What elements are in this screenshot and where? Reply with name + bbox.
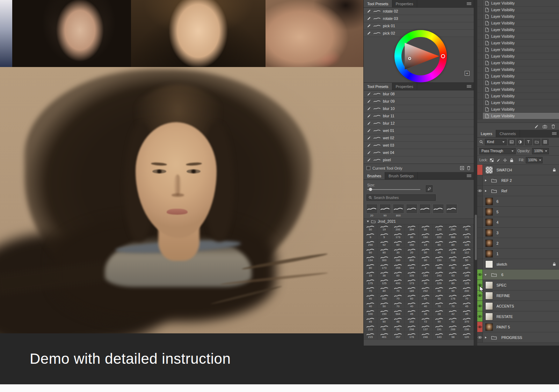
visibility-toggle[interactable] bbox=[478, 210, 482, 213]
brush-preset[interactable]: 50 bbox=[364, 224, 377, 232]
layer-row[interactable]: sketch bbox=[477, 259, 559, 269]
history-step[interactable]: Layer Visibility bbox=[477, 93, 559, 99]
brush-preset[interactable]: 98 bbox=[446, 332, 460, 340]
brush-preset[interactable]: 243 bbox=[433, 271, 446, 278]
layer-thumbnail[interactable] bbox=[485, 302, 493, 310]
brush-preset[interactable]: 173 bbox=[405, 278, 419, 286]
brush-preset[interactable]: 93 bbox=[446, 271, 460, 278]
history-source-column[interactable] bbox=[477, 113, 483, 119]
hue-cursor[interactable] bbox=[441, 54, 445, 58]
visibility-toggle[interactable] bbox=[478, 304, 482, 308]
picker-expand-icon[interactable]: + bbox=[465, 71, 470, 76]
brush-preset[interactable]: 150 bbox=[405, 240, 419, 247]
history-step[interactable]: Layer Visibility bbox=[477, 33, 559, 40]
layer-row[interactable]: REF 2 bbox=[477, 175, 559, 186]
brush-preset[interactable]: 80 bbox=[405, 232, 419, 240]
panel-tab[interactable]: Brush Settings bbox=[385, 172, 418, 179]
layer-row[interactable]: SPEC bbox=[477, 280, 559, 290]
layer-row[interactable]: Ref bbox=[477, 186, 559, 196]
brush-preset[interactable]: 90 bbox=[419, 255, 433, 263]
visibility-toggle[interactable] bbox=[478, 325, 482, 328]
tool-preset-item[interactable]: wet 02 bbox=[364, 134, 474, 142]
brush-preset[interactable]: 50 bbox=[446, 263, 460, 271]
history-step[interactable]: Layer Visibility bbox=[477, 20, 559, 27]
brush-preset[interactable]: 50 bbox=[460, 255, 474, 263]
history-step[interactable]: Layer Visibility bbox=[477, 53, 559, 60]
layer-name[interactable]: 2 bbox=[496, 241, 559, 245]
panel-menu-icon[interactable] bbox=[465, 83, 474, 90]
history-source-column[interactable] bbox=[477, 0, 483, 6]
brush-preset[interactable]: 176 bbox=[446, 294, 460, 301]
brush-preset[interactable]: 35 bbox=[419, 309, 433, 317]
brush-preset[interactable]: 255 bbox=[391, 263, 405, 271]
history-source-column[interactable] bbox=[477, 53, 483, 59]
layer-name[interactable]: RESTATE bbox=[496, 315, 559, 319]
layer-name[interactable]: 3 bbox=[496, 231, 559, 235]
layer-thumbnail[interactable] bbox=[485, 229, 493, 237]
brush-preset[interactable]: 144 bbox=[405, 263, 419, 271]
brush-preset[interactable]: 80 bbox=[446, 240, 460, 247]
brush-preset[interactable]: 290 bbox=[364, 240, 377, 247]
brush-preset[interactable]: 189 bbox=[405, 286, 419, 294]
brush-preset[interactable]: 200 bbox=[391, 224, 405, 232]
layer-row[interactable]: RESTATE bbox=[477, 311, 559, 322]
expand-collapse-icon[interactable] bbox=[484, 189, 488, 193]
trash-icon[interactable] bbox=[466, 166, 471, 170]
size-slider[interactable] bbox=[367, 189, 420, 190]
brush-preset[interactable]: 20 bbox=[405, 247, 419, 255]
history-source-column[interactable] bbox=[477, 66, 483, 73]
brush-tip-preview[interactable] bbox=[419, 204, 431, 217]
history-step[interactable]: Layer Visibility bbox=[477, 86, 559, 93]
history-step[interactable]: Layer Visibility bbox=[477, 106, 559, 113]
brush-preset[interactable]: 100 bbox=[364, 309, 377, 317]
history-source-column[interactable] bbox=[477, 46, 483, 53]
brush-preset[interactable]: 88 bbox=[433, 294, 446, 301]
layer-thumbnail[interactable] bbox=[485, 239, 493, 247]
brush-preset[interactable]: 40 bbox=[419, 301, 433, 309]
brush-preset[interactable]: 90 bbox=[419, 278, 433, 286]
brush-folder-row[interactable]: Jrod_2021 bbox=[364, 218, 474, 224]
history-source-column[interactable] bbox=[477, 13, 483, 20]
brush-preset[interactable]: 5 bbox=[377, 232, 391, 240]
brush-preset[interactable]: 246 bbox=[419, 332, 433, 340]
brush-preset[interactable]: 60 bbox=[364, 247, 377, 255]
brush-preset[interactable]: 118 bbox=[446, 247, 460, 255]
history-step[interactable]: Layer Visibility bbox=[477, 27, 559, 33]
layer-row[interactable]: REFINE bbox=[477, 290, 559, 301]
panel-tab[interactable]: Channels bbox=[496, 130, 520, 137]
lock-pixels-icon[interactable] bbox=[496, 157, 501, 163]
brush-source-icon[interactable] bbox=[534, 124, 539, 129]
panel-tab[interactable]: Tool Presets bbox=[364, 83, 392, 90]
filter-pixel-layers-icon[interactable] bbox=[508, 139, 515, 145]
brush-preset[interactable]: 125 bbox=[460, 278, 474, 286]
layer-row[interactable]: 5 bbox=[477, 207, 559, 217]
brush-preset[interactable]: 80 bbox=[377, 286, 391, 294]
visibility-toggle[interactable] bbox=[478, 179, 482, 182]
size-slider-thumb[interactable] bbox=[369, 188, 372, 191]
filter-group-layers-icon[interactable] bbox=[533, 139, 540, 145]
brush-preset[interactable]: 70 bbox=[364, 286, 377, 294]
brush-preset[interactable]: 50 bbox=[377, 301, 391, 309]
opacity-select[interactable]: 100% bbox=[532, 148, 549, 154]
pen-pressure-toggle[interactable] bbox=[426, 185, 433, 192]
brush-preset[interactable]: 460 bbox=[433, 263, 446, 271]
history-source-column[interactable] bbox=[477, 93, 483, 99]
brush-preset[interactable]: 9 bbox=[419, 263, 433, 271]
brush-preset[interactable]: 150 bbox=[433, 255, 446, 263]
brush-preset[interactable]: 192 bbox=[405, 317, 419, 324]
brush-tip-preview[interactable]: 20 bbox=[366, 204, 378, 217]
brush-preset[interactable]: 70 bbox=[391, 294, 405, 301]
visibility-toggle[interactable] bbox=[478, 231, 482, 234]
history-step[interactable]: Layer Visibility bbox=[477, 7, 559, 13]
visibility-toggle[interactable] bbox=[478, 262, 482, 266]
brush-tip-preview[interactable] bbox=[406, 204, 418, 217]
brush-preset[interactable]: 292 bbox=[419, 286, 433, 294]
filter-type-layers-icon[interactable] bbox=[525, 139, 532, 145]
brush-preset[interactable]: 300 bbox=[377, 255, 391, 263]
snapshot-camera-icon[interactable] bbox=[543, 124, 547, 129]
panel-scrollbar[interactable] bbox=[474, 0, 477, 346]
brush-preset[interactable]: 257 bbox=[391, 332, 405, 340]
history-step[interactable]: Layer Visibility bbox=[477, 66, 559, 73]
visibility-toggle[interactable] bbox=[478, 189, 482, 192]
color-wheel[interactable] bbox=[394, 30, 447, 82]
